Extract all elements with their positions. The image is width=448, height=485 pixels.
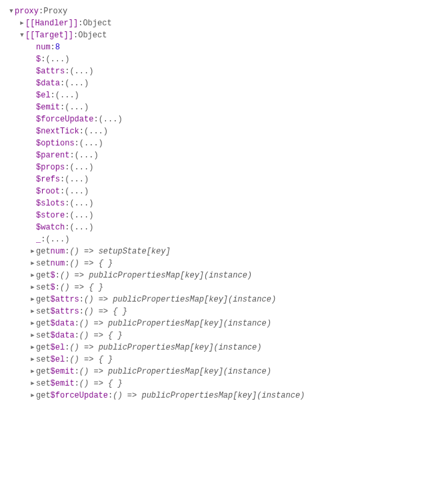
- function-body: () => publicPropertiesMap[key](instance): [84, 294, 276, 306]
- object-key: $attrs: [51, 294, 79, 306]
- function-body: () => setupState[key]: [69, 246, 170, 258]
- object-key: [[Handler]]: [25, 17, 78, 29]
- colon: :: [60, 185, 65, 197]
- tree-row[interactable]: proxy: Proxy: [8, 5, 440, 17]
- disclosure-right-icon[interactable]: [29, 318, 36, 330]
- tree-row[interactable]: $options: (...): [8, 137, 440, 149]
- object-key: $data: [51, 318, 75, 330]
- object-key: $slots: [36, 197, 65, 209]
- tree-row[interactable]: $slots: (...): [8, 197, 440, 209]
- accessor-kind: get: [36, 318, 51, 330]
- tree-row[interactable]: [[Handler]]: Object: [8, 17, 440, 29]
- object-type: Object: [83, 17, 111, 29]
- disclosure-right-icon[interactable]: [29, 342, 36, 354]
- colon: :: [108, 390, 113, 402]
- object-key: $emit: [51, 378, 75, 390]
- function-body: () => publicPropertiesMap[key](instance): [79, 318, 271, 330]
- disclosure-right-icon[interactable]: [29, 258, 36, 270]
- accessor-kind: set: [36, 378, 51, 390]
- function-body: () => { }: [79, 330, 123, 342]
- accessor-kind: set: [36, 258, 51, 270]
- disclosure-right-icon[interactable]: [29, 306, 36, 318]
- colon: :: [75, 137, 79, 149]
- disclosure-right-icon[interactable]: [29, 294, 36, 306]
- disclosure-right-icon[interactable]: [29, 354, 36, 366]
- colon: :: [55, 282, 60, 294]
- colon: :: [75, 366, 79, 378]
- tree-row[interactable]: get $data: () => publicPropertiesMap[key…: [8, 318, 440, 330]
- disclosure-right-icon[interactable]: [29, 282, 36, 294]
- tree-row[interactable]: $parent: (...): [8, 149, 440, 161]
- object-key: $el: [36, 89, 51, 101]
- tree-row[interactable]: $attrs: (...): [8, 65, 440, 77]
- object-key: $forceUpdate: [36, 113, 93, 125]
- tree-row[interactable]: $root: (...): [8, 185, 440, 197]
- tree-row[interactable]: get $emit: () => publicPropertiesMap[key…: [8, 366, 440, 378]
- function-body: () => publicPropertiesMap[key](instance): [69, 342, 261, 354]
- disclosure-right-icon[interactable]: [19, 17, 25, 29]
- tree-row[interactable]: $watch: (...): [8, 221, 440, 233]
- disclosure-right-icon[interactable]: [29, 390, 36, 402]
- object-key: [[Target]]: [25, 29, 73, 41]
- object-key: $: [36, 53, 41, 65]
- tree-row[interactable]: set $el: () => { }: [8, 354, 440, 366]
- tree-row[interactable]: get $el: () => publicPropertiesMap[key](…: [8, 342, 440, 354]
- colon: :: [79, 125, 84, 137]
- disclosure-right-icon[interactable]: [29, 330, 36, 342]
- object-key: $: [51, 282, 55, 294]
- tree-row[interactable]: $forceUpdate: (...): [8, 113, 440, 125]
- tree-row[interactable]: get $attrs: () => publicPropertiesMap[ke…: [8, 294, 440, 306]
- colon: :: [75, 330, 79, 342]
- tree-row[interactable]: [[Target]]: Object: [8, 29, 440, 41]
- tree-row[interactable]: $: (...): [8, 53, 440, 65]
- disclosure-right-icon[interactable]: [29, 270, 36, 282]
- accessor-kind: get: [36, 270, 51, 282]
- tree-row[interactable]: set $emit: () => { }: [8, 378, 440, 390]
- accessor-kind: get: [36, 390, 51, 402]
- object-value-getter: (...): [65, 185, 89, 197]
- tree-row[interactable]: $data: (...): [8, 77, 440, 89]
- object-value-getter: (...): [45, 53, 69, 65]
- object-value-getter: (...): [84, 125, 108, 137]
- tree-row[interactable]: get $: () => publicPropertiesMap[key](in…: [8, 270, 440, 282]
- tree-row[interactable]: $emit: (...): [8, 101, 440, 113]
- disclosure-right-icon[interactable]: [29, 366, 36, 378]
- tree-row[interactable]: set $attrs: () => { }: [8, 306, 440, 318]
- colon: :: [65, 258, 69, 270]
- accessor-kind: get: [36, 366, 51, 378]
- tree-row[interactable]: _: (...): [8, 233, 440, 246]
- accessor-kind: set: [36, 354, 51, 366]
- tree-row[interactable]: set $: () => { }: [8, 282, 440, 294]
- tree-row[interactable]: $nextTick: (...): [8, 125, 440, 137]
- tree-row[interactable]: num: 8: [8, 41, 440, 53]
- object-value-getter: (...): [69, 209, 93, 221]
- accessor-kind: get: [36, 342, 51, 354]
- accessor-kind: get: [36, 294, 51, 306]
- function-body: () => publicPropertiesMap[key](instance): [79, 366, 271, 378]
- object-value-getter: (...): [99, 113, 123, 125]
- function-body: () => { }: [84, 306, 127, 318]
- colon: :: [65, 342, 69, 354]
- tree-row[interactable]: get num: () => setupState[key]: [8, 246, 440, 258]
- object-value-getter: (...): [65, 101, 89, 113]
- disclosure-down-icon[interactable]: [19, 29, 25, 41]
- colon: :: [39, 5, 43, 17]
- accessor-kind: set: [36, 330, 51, 342]
- tree-row[interactable]: set num: () => { }: [8, 258, 440, 270]
- tree-row[interactable]: $refs: (...): [8, 173, 440, 185]
- tree-row[interactable]: $props: (...): [8, 161, 440, 173]
- colon: :: [41, 53, 45, 65]
- tree-row[interactable]: set $data: () => { }: [8, 330, 440, 342]
- colon: :: [65, 197, 69, 209]
- tree-row[interactable]: get $forceUpdate: () => publicProperties…: [8, 390, 440, 402]
- object-tree: proxy: Proxy[[Handler]]: Object[[Target]…: [8, 5, 440, 402]
- disclosure-right-icon[interactable]: [29, 378, 36, 390]
- tree-row[interactable]: $store: (...): [8, 209, 440, 221]
- object-value-getter: (...): [69, 197, 93, 209]
- object-key: $attrs: [51, 306, 79, 318]
- colon: :: [79, 294, 84, 306]
- disclosure-right-icon[interactable]: [29, 246, 36, 258]
- colon: :: [78, 17, 83, 29]
- disclosure-down-icon[interactable]: [8, 5, 15, 17]
- tree-row[interactable]: $el: (...): [8, 89, 440, 101]
